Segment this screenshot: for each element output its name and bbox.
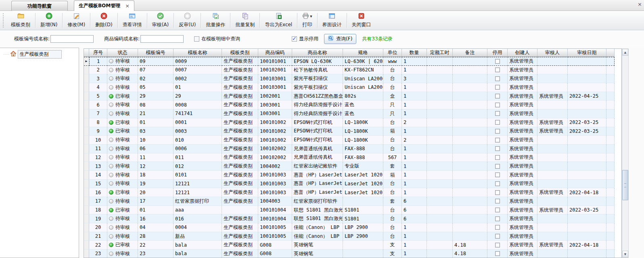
table-row[interactable]: 10待审核10010生产模板类别100101002EPSON针式打印机LQ-18… — [84, 136, 615, 145]
delete-icon — [100, 13, 107, 21]
toolbar-drag-handle[interactable] — [3, 13, 5, 27]
cell-hours — [427, 74, 453, 83]
table-row[interactable]: 16已审核2012121生产模板类别100101003惠普（HP）LaserJe… — [84, 188, 615, 197]
column-header-disabled[interactable]: 停用 — [487, 49, 508, 57]
disabled-checkbox[interactable] — [495, 155, 500, 160]
disabled-checkbox[interactable] — [495, 216, 500, 221]
table-row[interactable]: 20待审核040004生产模板类别100101005佳能（Canon） LBPL… — [84, 223, 615, 232]
disabled-checkbox[interactable] — [495, 129, 500, 134]
cell-prod_name: 红管家出纳记账软件 — [292, 162, 343, 171]
delete-button[interactable]: 删除(D) — [91, 11, 117, 30]
template-category-button[interactable]: 模板类别 — [6, 11, 35, 30]
cell-spec: FAX-888 — [343, 153, 383, 162]
table-row[interactable]: ▶1待审核090009生产模板类别100101001EPSON LQ-630KL… — [84, 57, 615, 66]
disabled-checkbox[interactable] — [495, 111, 500, 116]
column-header-hours[interactable]: 定额工时 — [427, 49, 453, 57]
show-disabled-checkbox[interactable] — [292, 36, 297, 42]
edit-button[interactable]: 修改(M) — [63, 11, 90, 30]
view-details-button[interactable]: 查看详情 — [118, 11, 146, 30]
tree-node-label[interactable]: 生产模板类别 — [18, 50, 62, 59]
table-row[interactable]: 17待审核17红管家票据打印生产模板类别1004003红管家票据打印软件套6系统… — [84, 197, 615, 206]
disabled-checkbox[interactable] — [495, 181, 500, 186]
table-row[interactable]: 12待审核11011生产模板类别100102002兄弟普通纸传真机FAX-888… — [84, 153, 615, 162]
column-header-tpl_name[interactable]: 模板名称 — [174, 49, 222, 57]
disabled-checkbox[interactable] — [495, 146, 500, 151]
ui-design-button[interactable]: 界面设计 — [318, 11, 346, 30]
print-button[interactable]: ▼ 打印 — [298, 11, 316, 30]
table-row[interactable]: 21待审核28新品生产模板类别100101005佳能（Canon） LBPLBP… — [84, 232, 615, 241]
table-row[interactable]: 22已审核22bala生产模板类别G008英雄钢笔支14.18系统管理员系统管理… — [84, 241, 615, 250]
column-header-audit_date[interactable]: 审核日期 — [568, 49, 606, 57]
column-header-tpl_code[interactable]: 模板编号 — [138, 49, 174, 57]
scroll-down-button[interactable]: ▼ — [622, 251, 628, 258]
table-row[interactable]: 14待审核180101生产模板类别100101003惠普（HP）LaserJet… — [84, 171, 615, 180]
search-in-detail-checkbox[interactable] — [194, 36, 199, 42]
disabled-checkbox[interactable] — [495, 138, 500, 143]
table-row[interactable]: 6待审核080008生产模板类别1003001得力经典防滑握手设计蓝色只1系统管… — [84, 101, 615, 109]
disabled-checkbox[interactable] — [495, 94, 500, 99]
query-button[interactable]: 查询(F) — [324, 34, 356, 44]
disabled-checkbox[interactable] — [495, 76, 500, 81]
disabled-checkbox[interactable] — [495, 199, 500, 203]
table-row[interactable]: 7待审核21741741生产模板类别1003001得力经典防滑握手设计蓝色只1系… — [84, 109, 615, 118]
window-close-icon[interactable]: × — [638, 1, 642, 7]
disabled-checkbox[interactable] — [495, 172, 500, 177]
table-row[interactable]: 15待审核1912121生产模板类别100101003惠普（HP）LaserJe… — [84, 180, 615, 189]
tab-function-nav[interactable]: 功能导航窗 — [11, 1, 68, 11]
table-row[interactable]: 8已审核010001生产模板类别100101002EPSON针式打印机LQ-18… — [84, 118, 615, 127]
scrollbar-thumb[interactable] — [622, 170, 628, 200]
column-header-prod_name[interactable]: 商品名称 — [292, 49, 343, 57]
column-header-tpl_cat[interactable]: 模板类别 — [222, 49, 258, 57]
column-header-prod_code[interactable]: 商品编码 — [258, 49, 292, 57]
scrollbar-track[interactable] — [622, 56, 628, 251]
disabled-checkbox[interactable] — [495, 251, 500, 256]
column-header-spec[interactable]: 规格 — [343, 49, 383, 57]
disabled-checkbox[interactable] — [495, 234, 500, 239]
product-code-input[interactable] — [140, 35, 184, 43]
table-row[interactable]: 23待审核23bala生产模板类别G008英雄钢笔支14.18系统管理员 — [84, 250, 615, 258]
disabled-checkbox[interactable] — [495, 208, 500, 212]
scroll-up-button[interactable]: ▲ — [622, 49, 628, 56]
column-header-creator[interactable]: 创建人 — [508, 49, 537, 57]
disabled-checkbox[interactable] — [495, 103, 500, 107]
tab-bom-management[interactable]: 生产模板BOM管理 × — [74, 0, 134, 11]
tree-node-root[interactable]: ···· 生产模板类别 — [3, 50, 79, 59]
table-row[interactable]: 2待审核070007生产模板类别100102001松下热敏传真机KX-FT862… — [84, 66, 615, 75]
unaudit-button[interactable]: 反审(U) — [174, 11, 200, 30]
column-header-auditor[interactable]: 审核人 — [537, 49, 568, 57]
column-header-remark[interactable]: 备注 — [453, 49, 487, 57]
table-row[interactable]: 19待审核16016生产模板类别100101004联想 S1801 黑白激光S1… — [84, 214, 615, 223]
template-code-input[interactable] — [50, 35, 94, 43]
column-header-no[interactable]: 序号 — [89, 49, 107, 57]
table-row[interactable]: 3待审核020002生产模板类别100103001紫光平板扫描仪Uniscan … — [84, 74, 615, 83]
pending-status-icon — [109, 85, 113, 90]
close-window-button[interactable]: 关闭窗口 — [347, 11, 376, 30]
column-header-qty[interactable]: 数量 — [402, 49, 427, 57]
cell-spec: Uniscan LA2000 — [343, 74, 383, 83]
table-row[interactable]: 11待审核060006生产模板类别100102002兄弟普通纸传真机FAX-88… — [84, 145, 615, 153]
batch-operate-button[interactable]: 批量操作 — [201, 11, 230, 30]
disabled-checkbox[interactable] — [495, 67, 500, 72]
cell-auditor — [537, 180, 568, 189]
table-row[interactable]: 18已审核01aaa100101004联想 S1801 黑白激光S1801台6系… — [84, 206, 615, 215]
disabled-checkbox[interactable] — [495, 225, 500, 230]
column-header-status[interactable]: 状态 — [107, 49, 138, 57]
table-row[interactable]: 5已审核2929生产模板类别1002001惠普CH561ZZ黑色墨盒802s盒1… — [84, 92, 615, 101]
disabled-checkbox[interactable] — [495, 59, 500, 64]
table-row[interactable]: 13待审核12012生产模板类别1004002红管家出纳记账软件专业版套1系统管… — [84, 162, 615, 171]
disabled-checkbox[interactable] — [495, 190, 500, 195]
add-button[interactable]: 新增(N) — [36, 11, 62, 30]
tab-close-icon[interactable]: × — [125, 3, 130, 9]
export-excel-button[interactable]: 导出为Excel — [260, 11, 297, 30]
column-header-unit[interactable]: 单位 — [383, 49, 402, 57]
disabled-checkbox[interactable] — [495, 120, 500, 125]
batch-copy-button[interactable]: 批量复制 — [231, 11, 259, 30]
disabled-checkbox[interactable] — [495, 85, 500, 90]
disabled-checkbox[interactable] — [495, 243, 500, 248]
vertical-scrollbar[interactable]: ▲ ▼ — [622, 48, 629, 258]
table-row[interactable]: 9已审核030003生产模板类别100101002EPSON针式打印机LQ-18… — [84, 127, 615, 136]
audit-button[interactable]: 审核(A) — [148, 11, 174, 30]
print-dropdown-arrow[interactable]: ▼ — [310, 15, 312, 18]
disabled-checkbox[interactable] — [495, 164, 500, 169]
table-row[interactable]: 4待审核0501生产模板类别100103001紫光平板扫描仪Uniscan LA… — [84, 83, 615, 92]
